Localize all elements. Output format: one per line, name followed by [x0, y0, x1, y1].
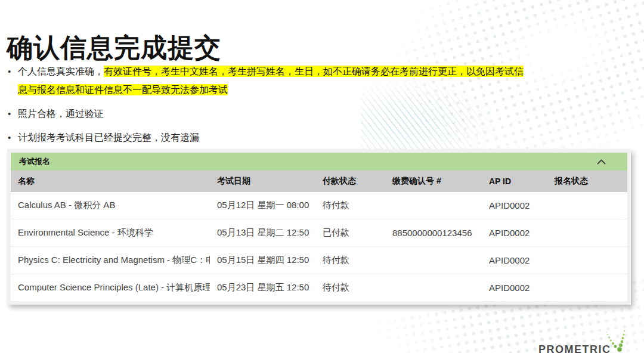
column-header: 报名状态 — [547, 176, 627, 187]
chevron-up-icon — [597, 159, 606, 165]
table-cell: 待付款 — [315, 200, 385, 211]
panel-title: 考试报名 — [19, 156, 50, 167]
table-cell: Environmental Science - 环境科学 — [11, 227, 210, 239]
table-cell: 待付款 — [315, 255, 385, 266]
table-cell: APID0002 — [482, 255, 547, 265]
exam-registration-panel: 考试报名 名称考试日期付款状态缴费确认号 #AP ID报名状态 Calculus… — [7, 149, 631, 305]
table-cell: APID0002 — [482, 283, 547, 293]
slide: 确认信息完成提交 个人信息真实准确，有效证件号，考生中文姓名，考生拼写姓名，生日… — [0, 0, 644, 353]
bullet-text: 个人信息真实准确， — [18, 66, 104, 76]
table-cell: Physics C: Electricity and Magnetism - 物… — [11, 255, 210, 266]
panel-title-bar[interactable]: 考试报名 — [11, 153, 627, 171]
table-body: Calculus AB - 微积分 AB05月12日 星期一 08:00待付款A… — [11, 192, 627, 301]
table-cell: 05月12日 星期一 08:00 — [210, 200, 315, 211]
table-header-row: 名称考试日期付款状态缴费确认号 #AP ID报名状态 — [11, 171, 627, 192]
table-cell: Calculus AB - 微积分 AB — [11, 200, 210, 211]
bullet-item: 计划报考考试科目已经提交完整，没有遗漏 — [18, 128, 528, 147]
table-cell: APID0002 — [482, 200, 547, 210]
table-cell: 8850000000123456 — [385, 228, 482, 238]
table-cell: 已付款 — [315, 227, 385, 239]
table-cell: APID0002 — [482, 228, 547, 238]
column-header: 名称 — [11, 176, 210, 187]
table-row: Calculus AB - 微积分 AB05月12日 星期一 08:00待付款A… — [11, 192, 627, 219]
table-cell: 05月15日 星期四 12:50 — [210, 255, 315, 266]
sprout-icon — [600, 327, 627, 353]
bullet-text: 照片合格，通过验证 — [18, 109, 104, 119]
column-header: 缴费确认号 # — [385, 176, 482, 187]
table-row: Environmental Science - 环境科学05月13日 星期二 1… — [11, 219, 627, 246]
table-cell: 05月23日 星期五 12:50 — [210, 282, 315, 293]
table-row: Physics C: Electricity and Magnetism - 物… — [11, 246, 627, 274]
bullet-list: 个人信息真实准确，有效证件号，考生中文姓名，考生拼写姓名，生日，如不正确请务必在… — [18, 62, 528, 152]
table-row: Computer Science Principles (Late) - 计算机… — [11, 274, 627, 301]
column-header: 考试日期 — [210, 176, 315, 187]
table-cell: 05月13日 星期二 12:50 — [210, 227, 315, 239]
page-title: 确认信息完成提交 — [7, 30, 221, 66]
table-cell: Computer Science Principles (Late) - 计算机… — [11, 282, 210, 293]
bullet-item: 照片合格，通过验证 — [18, 104, 528, 123]
table-cell: 待付款 — [315, 282, 385, 293]
bullet-text: 计划报考考试科目已经提交完整，没有遗漏 — [18, 132, 199, 143]
column-header: AP ID — [482, 176, 547, 186]
column-header: 付款状态 — [315, 176, 385, 187]
bullet-item: 个人信息真实准确，有效证件号，考生中文姓名，考生拼写姓名，生日，如不正确请务必在… — [18, 62, 528, 99]
